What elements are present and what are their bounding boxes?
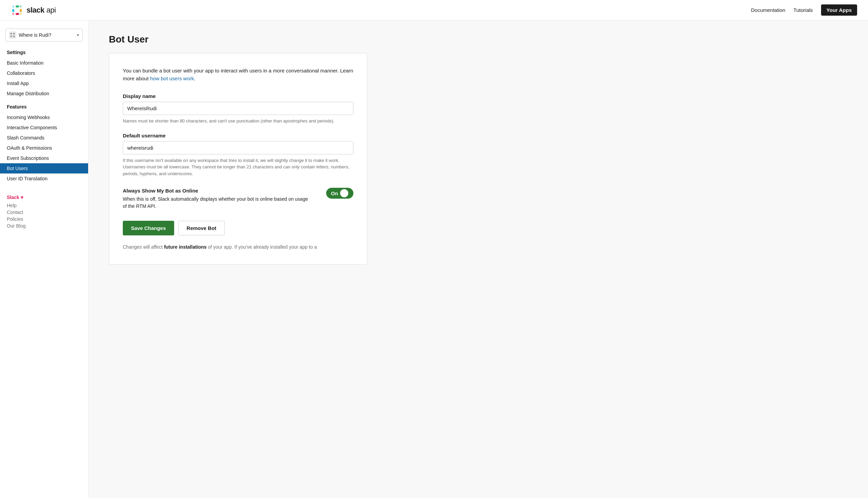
sidebar-item-event-subscriptions[interactable]: Event Subscriptions [0, 153, 88, 163]
always-online-section: Always Show My Bot as Online When this i… [123, 185, 353, 210]
default-username-group: Default username If this username isn't … [123, 133, 353, 177]
display-name-input[interactable] [123, 102, 353, 115]
default-username-input[interactable] [123, 141, 353, 155]
app-selector-icon [9, 31, 16, 38]
logo-text: slack api [27, 6, 56, 15]
svg-rect-0 [12, 9, 14, 12]
default-username-label: Default username [123, 133, 353, 139]
your-apps-button[interactable]: Your Apps [821, 4, 857, 16]
footer-note: Changes will affect future installations… [123, 244, 353, 251]
svg-rect-5 [20, 5, 22, 8]
heart-icon: ♥ [21, 195, 24, 200]
header: slack api Documentation Tutorials Your A… [0, 0, 868, 21]
toggle-title: Always Show My Bot as Online [123, 188, 313, 194]
sidebar-footer-blog[interactable]: Our Blog [7, 223, 81, 228]
main-content: Bot User You can bundle a bot user with … [89, 21, 868, 498]
svg-rect-1 [16, 5, 19, 8]
chevron-down-icon: ▾ [77, 32, 79, 37]
default-username-hint: If this username isn't available on any … [123, 157, 353, 177]
settings-section-title: Settings [0, 50, 88, 58]
button-row: Save Changes Remove Bot [123, 221, 353, 235]
logo: slack api [11, 4, 56, 16]
svg-rect-6 [20, 13, 22, 15]
content-card: You can bundle a bot user with your app … [109, 53, 367, 265]
remove-bot-button[interactable]: Remove Bot [178, 221, 225, 235]
toggle-description: When this is off, Slack automatically di… [123, 196, 313, 210]
sidebar-item-collaborators[interactable]: Collaborators [0, 68, 88, 78]
toggle-info: Always Show My Bot as Online When this i… [123, 188, 313, 210]
intro-text: You can bundle a bot user with your app … [123, 67, 353, 82]
bot-users-link[interactable]: how bot users work [150, 76, 194, 81]
svg-rect-10 [10, 35, 12, 37]
slack-logo-icon [11, 4, 23, 16]
app-selector[interactable]: Where is Rudi? ▾ [5, 29, 83, 41]
svg-rect-11 [13, 35, 15, 37]
toggle-knob [340, 189, 348, 197]
svg-rect-7 [12, 13, 14, 15]
svg-rect-3 [16, 13, 19, 15]
sidebar-item-interactive-components[interactable]: Interactive Components [0, 122, 88, 133]
page-title: Bot User [109, 34, 847, 45]
sidebar-item-manage-distribution[interactable]: Manage Distribution [0, 89, 88, 99]
sidebar-footer-policies[interactable]: Policies [7, 217, 81, 222]
svg-rect-8 [10, 32, 12, 35]
header-nav: Documentation Tutorials Your Apps [751, 4, 857, 16]
documentation-link[interactable]: Documentation [751, 7, 785, 13]
sidebar-item-bot-users[interactable]: Bot Users [0, 163, 88, 173]
tutorials-link[interactable]: Tutorials [793, 7, 813, 13]
features-section-title: Features [0, 104, 88, 112]
sidebar-item-oauth-permissions[interactable]: OAuth & Permissions [0, 143, 88, 153]
sidebar-footer-help[interactable]: Help [7, 203, 81, 208]
svg-rect-4 [12, 5, 14, 8]
display-name-label: Display name [123, 93, 353, 99]
sidebar-footer-contact[interactable]: Contact [7, 210, 81, 215]
sidebar-footer: Slack ♥ Help Contact Policies Our Blog [0, 195, 88, 228]
sidebar-item-slash-commands[interactable]: Slash Commands [0, 133, 88, 143]
app-selector-name: Where is Rudi? [19, 32, 74, 38]
always-online-toggle[interactable]: On [326, 188, 353, 199]
sidebar-item-basic-information[interactable]: Basic Information [0, 58, 88, 68]
sidebar-item-install-app[interactable]: Install App [0, 78, 88, 89]
svg-rect-2 [20, 9, 22, 12]
toggle-state-label: On [331, 191, 338, 196]
sidebar-item-user-id-translation[interactable]: User ID Translation [0, 173, 88, 184]
save-changes-button[interactable]: Save Changes [123, 221, 174, 235]
sidebar: Where is Rudi? ▾ Settings Basic Informat… [0, 21, 89, 498]
display-name-group: Display name Names must be shorter than … [123, 93, 353, 124]
sidebar-item-incoming-webhooks[interactable]: Incoming Webhooks [0, 112, 88, 122]
svg-rect-9 [13, 32, 15, 35]
page-layout: Where is Rudi? ▾ Settings Basic Informat… [0, 21, 868, 498]
sidebar-footer-slack: Slack ♥ [7, 195, 81, 200]
display-name-hint: Names must be shorter than 80 characters… [123, 118, 353, 124]
